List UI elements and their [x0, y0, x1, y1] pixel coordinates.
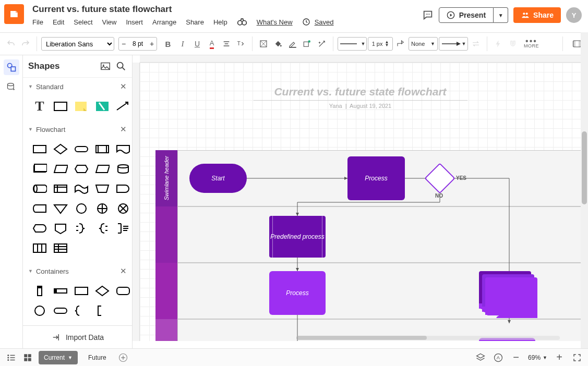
fc-data[interactable] — [51, 160, 70, 178]
canvas-subtitle[interactable]: Yana | August 19, 2021 — [253, 103, 467, 109]
fontsize-decrease[interactable]: − — [119, 40, 128, 48]
fc-sum[interactable] — [114, 200, 132, 217]
ct-bracket[interactable] — [93, 302, 112, 320]
swimlane-header-1[interactable]: Swimlane header — [155, 150, 177, 206]
close-section-standard[interactable]: ✕ — [120, 82, 127, 91]
font-select[interactable]: Liberation Sans — [41, 37, 114, 51]
zoom-out-button[interactable]: − — [510, 352, 522, 363]
fc-merge[interactable] — [51, 200, 70, 217]
whats-new-link[interactable]: What's New — [257, 18, 293, 26]
node-decision[interactable] — [429, 167, 451, 189]
zoom-level[interactable]: 69%▼ — [528, 354, 547, 361]
endpoint-end-select[interactable]: ▼ — [439, 37, 468, 51]
tab-future[interactable]: Future — [83, 351, 112, 364]
saved-link[interactable]: Saved — [315, 18, 334, 26]
text-options-button[interactable]: T — [234, 37, 248, 51]
fc-or[interactable] — [93, 200, 112, 217]
shape-rect[interactable] — [51, 97, 70, 115]
more-button[interactable]: •••MORE — [524, 39, 539, 48]
line-routing-button[interactable] — [394, 37, 407, 51]
endpoint-start-select[interactable]: None▼ — [409, 37, 438, 51]
shape-note[interactable] — [72, 97, 91, 115]
fontsize-input[interactable] — [128, 40, 147, 47]
swimlane-header-4[interactable] — [155, 319, 177, 341]
menu-arrange[interactable]: Arrange — [152, 18, 176, 26]
import-data-button[interactable]: Import Data — [23, 325, 132, 348]
ct-rect[interactable] — [72, 282, 91, 300]
fc-connector[interactable] — [72, 200, 91, 217]
image-icon[interactable] — [100, 60, 111, 72]
conditional-button[interactable]: A — [493, 352, 504, 363]
fc-predefined[interactable] — [93, 140, 112, 158]
binocular-icon[interactable] — [237, 17, 247, 27]
swimlane-header-3[interactable] — [155, 263, 177, 319]
menu-share[interactable]: Share — [186, 18, 204, 26]
menu-edit[interactable]: Edit — [53, 18, 64, 26]
node-process-1[interactable]: Process — [347, 156, 405, 200]
fc-brace-right[interactable] — [72, 219, 91, 237]
document-title[interactable]: Current vs. future state flowchart — [32, 4, 422, 15]
fc-delay[interactable] — [114, 180, 132, 198]
shape-arrow[interactable] — [114, 97, 132, 115]
view-list-button[interactable] — [5, 352, 17, 363]
menu-file[interactable]: File — [32, 18, 43, 26]
fc-stored[interactable] — [30, 200, 49, 217]
layers-button[interactable] — [475, 352, 486, 363]
section-standard-header[interactable]: ▼Standard✕ — [23, 78, 132, 95]
fc-paper-tape[interactable] — [72, 180, 91, 198]
flash-button[interactable] — [491, 37, 505, 51]
align-button[interactable] — [220, 37, 233, 51]
magnet-button[interactable] — [506, 37, 520, 51]
rail-data-button[interactable] — [4, 79, 19, 95]
fill-color-button[interactable] — [257, 37, 270, 51]
bold-button[interactable]: B — [161, 37, 175, 51]
close-section-flowchart[interactable]: ✕ — [120, 125, 127, 134]
menu-insert[interactable]: Insert — [126, 18, 143, 26]
undo-button[interactable] — [4, 37, 18, 51]
canvas-hscroll[interactable] — [296, 336, 560, 340]
zoom-in-button[interactable]: + — [554, 352, 565, 363]
text-color-button[interactable]: A — [205, 37, 219, 51]
menu-help[interactable]: Help — [213, 18, 227, 26]
line-width-select[interactable]: 1 px▲▼ — [368, 37, 393, 51]
node-predefined[interactable]: Predefined process — [269, 216, 326, 258]
fc-document[interactable] — [114, 140, 132, 158]
magic-button[interactable] — [315, 37, 329, 51]
fc-internal[interactable] — [51, 180, 70, 198]
fc-manual-op[interactable] — [93, 180, 112, 198]
view-grid-button[interactable] — [22, 352, 33, 363]
swimlane-header-2[interactable] — [155, 206, 177, 263]
canvas[interactable]: Current vs. future state flowchart Yana … — [140, 63, 581, 341]
fc-parallelogram[interactable] — [93, 160, 112, 178]
canvas-title[interactable]: Current vs. future state flowchart — [253, 86, 467, 101]
section-flowchart-header[interactable]: ▼Flowchart✕ — [23, 120, 132, 138]
share-button[interactable]: Share — [513, 7, 561, 23]
ct-circle[interactable] — [30, 302, 49, 320]
ct-brace[interactable] — [72, 302, 91, 320]
node-process-2[interactable]: Process — [269, 271, 326, 315]
italic-button[interactable]: I — [176, 37, 189, 51]
redo-button[interactable] — [19, 37, 32, 51]
fullscreen-button[interactable] — [571, 352, 583, 363]
fc-table2[interactable] — [51, 239, 70, 257]
fc-terminator[interactable] — [72, 140, 91, 158]
search-icon[interactable] — [115, 60, 127, 72]
line-style-select[interactable]: ▼ — [338, 37, 367, 51]
ct-hcontainer[interactable] — [51, 282, 70, 300]
menu-select[interactable]: Select — [74, 18, 92, 26]
avatar[interactable]: Y — [566, 7, 582, 23]
add-page-button[interactable] — [117, 351, 129, 364]
fc-table1[interactable] — [30, 239, 49, 257]
fc-database[interactable] — [114, 160, 132, 178]
window-vscroll[interactable] — [581, 32, 588, 348]
ct-vcontainer[interactable] — [30, 282, 49, 300]
tab-current[interactable]: Current▼ — [39, 351, 78, 364]
border-color-button[interactable] — [286, 37, 299, 51]
fc-hexagon[interactable] — [72, 160, 91, 178]
fc-display[interactable] — [30, 219, 49, 237]
shape-text[interactable]: T — [30, 97, 49, 115]
fc-brace-left[interactable] — [93, 219, 112, 237]
close-section-containers[interactable]: ✕ — [120, 266, 127, 276]
swap-endpoints-button[interactable] — [469, 37, 483, 51]
fc-process[interactable] — [30, 140, 49, 158]
